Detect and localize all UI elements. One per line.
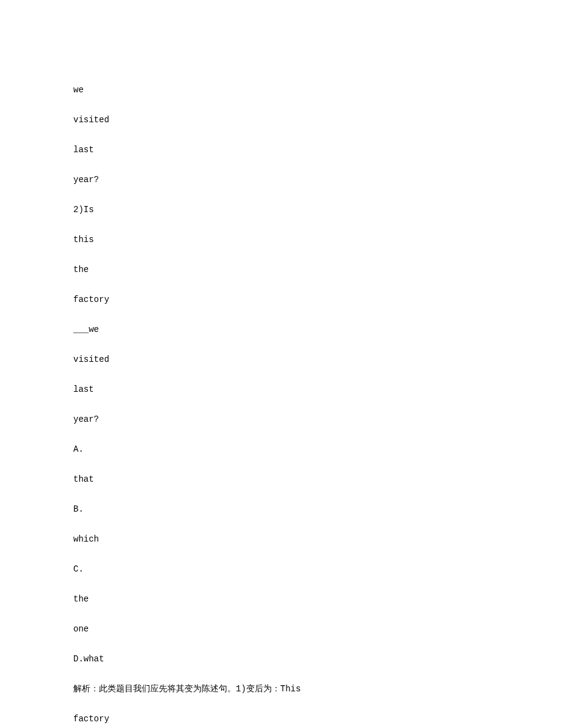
text-line: B.: [73, 502, 489, 517]
text-line: the: [73, 262, 489, 278]
text-line: ___we: [73, 322, 489, 337]
text-line: last: [73, 142, 489, 158]
text-line: 解析：此类题目我们应先将其变为陈述句。1)变后为：This: [73, 682, 489, 697]
text-line: factory: [73, 711, 489, 727]
text-line: factory: [73, 292, 489, 307]
text-line: that: [73, 472, 489, 487]
text-line: one: [73, 622, 489, 637]
text-line: visited: [73, 112, 489, 128]
text-line: C.: [73, 562, 489, 577]
text-line: A.: [73, 442, 489, 457]
document-content: we visited last year? 2)Is this the fact…: [73, 67, 489, 728]
text-line: D.what: [73, 652, 489, 667]
text-line: year?: [73, 412, 489, 427]
text-line: we: [73, 83, 489, 98]
text-line: which: [73, 532, 489, 547]
text-line: 2)Is: [73, 202, 489, 218]
text-line: last: [73, 382, 489, 397]
text-line: this: [73, 232, 489, 248]
text-line: visited: [73, 352, 489, 367]
text-line: year?: [73, 172, 489, 188]
text-line: the: [73, 592, 489, 607]
